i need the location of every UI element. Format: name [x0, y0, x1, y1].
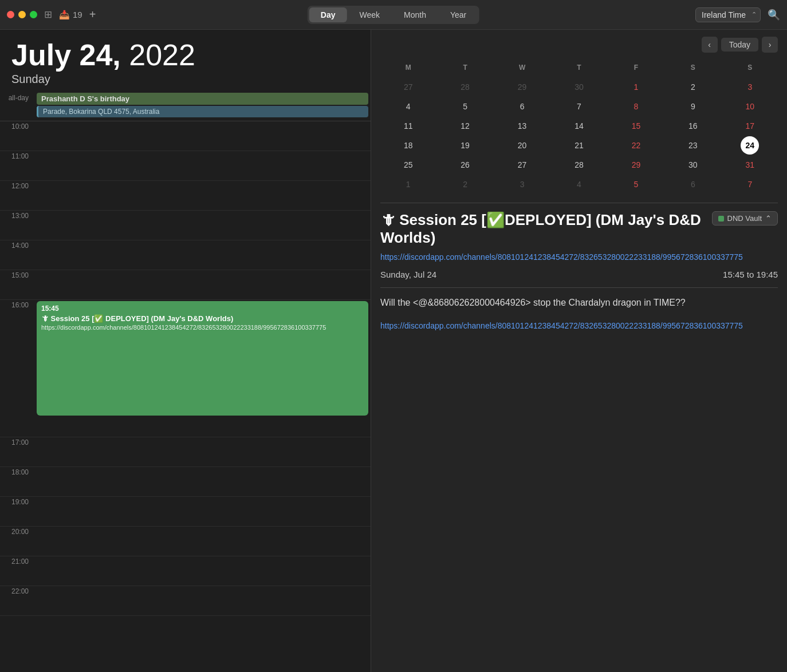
- search-icon[interactable]: 🔍: [768, 9, 780, 21]
- today-button[interactable]: Today: [721, 38, 758, 52]
- cal-day-30a[interactable]: 30: [570, 78, 588, 96]
- cal-day-1[interactable]: 1: [627, 78, 645, 96]
- event-block-title: 🗡 Session 25 [✅ DEPLOYED] (DM Jay's D&D …: [41, 314, 364, 323]
- cal-header-w: W: [513, 58, 532, 77]
- cal-day-24[interactable]: 24: [741, 136, 759, 155]
- cal-day-31[interactable]: 31: [741, 156, 759, 174]
- cal-day-28b[interactable]: 28: [570, 156, 588, 174]
- cal-day-7[interactable]: 7: [570, 97, 588, 116]
- tab-year[interactable]: Year: [439, 7, 478, 22]
- cal-day-4[interactable]: 4: [399, 97, 418, 116]
- next-month-button[interactable]: ›: [762, 37, 778, 53]
- session-event-block[interactable]: 15:45 🗡 Session 25 [✅ DEPLOYED] (DM Jay'…: [37, 301, 368, 416]
- time-13: 13:00: [0, 211, 34, 220]
- time-20: 20:00: [0, 527, 34, 536]
- hour-row-22: 22:00: [0, 586, 371, 616]
- right-panel: ‹ Today › M T W T F S S 27 28 29 30 1 2: [371, 30, 787, 672]
- titlebar-right: Ireland Time 🔍: [695, 7, 780, 22]
- hour-row-19: 19:00: [0, 497, 371, 527]
- prev-month-button[interactable]: ‹: [702, 37, 718, 53]
- hour-row-20: 20:00: [0, 527, 371, 556]
- titlebar: ⊞ 📥 19 + Day Week Month Year Ireland Tim…: [0, 0, 787, 30]
- cal-day-9[interactable]: 9: [684, 97, 702, 116]
- cal-day-14[interactable]: 14: [570, 117, 588, 135]
- cal-day-6b[interactable]: 6: [684, 175, 702, 193]
- cal-day-2[interactable]: 2: [684, 78, 702, 96]
- cal-day-2b[interactable]: 2: [456, 175, 474, 193]
- cal-day-25[interactable]: 25: [399, 156, 418, 174]
- cal-day-27a[interactable]: 27: [399, 78, 418, 96]
- cal-day-28a[interactable]: 28: [456, 78, 474, 96]
- cal-day-16[interactable]: 16: [684, 117, 702, 135]
- cal-day-26[interactable]: 26: [456, 156, 474, 174]
- event-link-2[interactable]: https://discordapp.com/channels/80810124…: [380, 321, 778, 330]
- all-day-row: all-day Prashanth D S's birthday Parade,…: [0, 90, 371, 121]
- cal-day-15[interactable]: 15: [627, 117, 645, 135]
- mini-calendar: M T W T F S S 27 28 29 30 1 2 3 4 5 6 7: [380, 58, 778, 193]
- cal-day-27b[interactable]: 27: [513, 156, 532, 174]
- cal-day-23[interactable]: 23: [684, 136, 702, 155]
- close-button[interactable]: [7, 11, 14, 18]
- cal-day-7b[interactable]: 7: [741, 175, 759, 193]
- cal-header-t2: T: [570, 58, 588, 77]
- add-event-button[interactable]: +: [89, 8, 96, 21]
- event-block-time: 15:45: [41, 305, 364, 313]
- cal-day-29[interactable]: 29: [627, 156, 645, 174]
- cal-day-10[interactable]: 10: [741, 97, 759, 116]
- tab-week[interactable]: Week: [348, 7, 391, 22]
- inbox-icon: 📥: [59, 10, 70, 20]
- time-10: 10:00: [0, 121, 34, 131]
- timezone-selector[interactable]: Ireland Time: [695, 7, 761, 22]
- time-12: 12:00: [0, 181, 34, 190]
- view-tabs: Day Week Month Year: [308, 6, 479, 24]
- cal-day-11[interactable]: 11: [399, 117, 418, 135]
- calendar-badge[interactable]: DND Vault ⌃: [712, 211, 778, 226]
- hour-row-11: 11:00: [0, 151, 371, 181]
- calendar-scroll[interactable]: all-day Prashanth D S's birthday Parade,…: [0, 90, 371, 672]
- cal-day-21[interactable]: 21: [570, 136, 588, 155]
- left-panel: July 24, 2022 Sunday all-day Prashanth D…: [0, 30, 371, 672]
- event-detail-header: 🗡 Session 25 [✅DEPLOYED] (DM Jay's D&D W…: [380, 211, 778, 247]
- event-date: Sunday, Jul 24: [380, 270, 436, 279]
- timezone-wrapper: Ireland Time: [695, 7, 761, 22]
- time-14: 14:00: [0, 240, 34, 250]
- hour-row-17: 17:00: [0, 437, 371, 467]
- minimize-button[interactable]: [18, 11, 26, 18]
- cal-day-3[interactable]: 3: [741, 78, 759, 96]
- maximize-button[interactable]: [30, 11, 37, 18]
- event-link-1[interactable]: https://discordapp.com/channels/80810124…: [380, 252, 778, 262]
- sidebar-toggle-icon[interactable]: ⊞: [44, 9, 52, 21]
- calendar-name: DND Vault: [727, 214, 762, 223]
- event-detail-title: 🗡 Session 25 [✅DEPLOYED] (DM Jay's D&D W…: [380, 211, 712, 247]
- cal-day-6[interactable]: 6: [513, 97, 532, 116]
- date-year: 2022: [129, 38, 195, 72]
- tab-day[interactable]: Day: [309, 7, 347, 22]
- view-tabs-container: Day Week Month Year: [308, 6, 479, 24]
- birthday-event[interactable]: Prashanth D S's birthday: [37, 93, 368, 105]
- time-19: 19:00: [0, 497, 34, 506]
- cal-day-4b[interactable]: 4: [570, 175, 588, 193]
- cal-day-3b[interactable]: 3: [513, 175, 532, 193]
- cal-day-1b[interactable]: 1: [399, 175, 418, 193]
- cal-day-22[interactable]: 22: [627, 136, 645, 155]
- cal-day-17[interactable]: 17: [741, 117, 759, 135]
- cal-day-8[interactable]: 8: [627, 97, 645, 116]
- cal-day-29a[interactable]: 29: [513, 78, 532, 96]
- inbox-badge[interactable]: 📥 19: [59, 10, 82, 20]
- time-16: 16:00: [0, 300, 34, 309]
- cal-day-5b[interactable]: 5: [627, 175, 645, 193]
- cal-day-5[interactable]: 5: [456, 97, 474, 116]
- hour-row-13: 13:00: [0, 211, 371, 240]
- cal-day-13[interactable]: 13: [513, 117, 532, 135]
- event-title-area: 🗡 Session 25 [✅DEPLOYED] (DM Jay's D&D W…: [380, 211, 712, 247]
- cal-day-19[interactable]: 19: [456, 136, 474, 155]
- cal-day-12[interactable]: 12: [456, 117, 474, 135]
- hour-row-10: 10:00: [0, 121, 371, 151]
- cal-header-s2: S: [741, 58, 759, 77]
- cal-day-20[interactable]: 20: [513, 136, 532, 155]
- parade-event[interactable]: Parade, Bokarina QLD 4575, Australia: [37, 106, 368, 117]
- time-18: 18:00: [0, 467, 34, 476]
- tab-month[interactable]: Month: [392, 7, 438, 22]
- cal-day-18[interactable]: 18: [399, 136, 418, 155]
- cal-day-30[interactable]: 30: [684, 156, 702, 174]
